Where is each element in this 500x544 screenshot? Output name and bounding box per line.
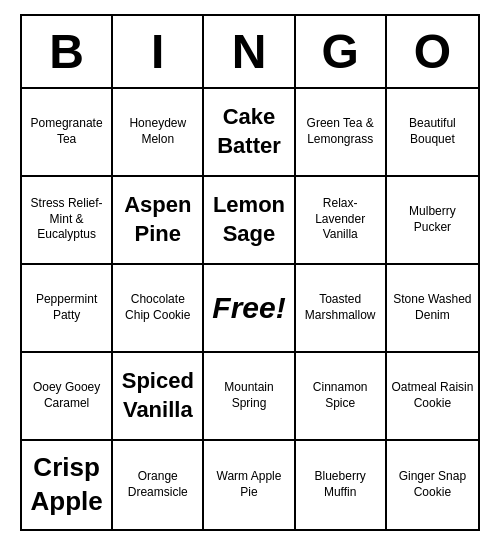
bingo-cell: Mountain Spring bbox=[204, 353, 295, 441]
bingo-cell: Peppermint Patty bbox=[22, 265, 113, 353]
bingo-cell: Cake Batter bbox=[204, 89, 295, 177]
cell-text: Lemon Sage bbox=[208, 191, 289, 248]
cell-text: Warm Apple Pie bbox=[208, 469, 289, 500]
bingo-cell: Free! bbox=[204, 265, 295, 353]
cell-text: Mulberry Pucker bbox=[391, 204, 474, 235]
cell-text: Free! bbox=[212, 288, 285, 327]
cell-text: Chocolate Chip Cookie bbox=[117, 292, 198, 323]
bingo-cell: Mulberry Pucker bbox=[387, 177, 478, 265]
bingo-cell: Honeydew Melon bbox=[113, 89, 204, 177]
bingo-cell: Spiced Vanilla bbox=[113, 353, 204, 441]
header-letter: B bbox=[22, 16, 113, 87]
header-letter: O bbox=[387, 16, 478, 87]
cell-text: Green Tea & Lemongrass bbox=[300, 116, 381, 147]
bingo-cell: Green Tea & Lemongrass bbox=[296, 89, 387, 177]
bingo-header: BINGO bbox=[22, 16, 478, 89]
bingo-cell: Stress Relief-Mint & Eucalyptus bbox=[22, 177, 113, 265]
header-letter: G bbox=[296, 16, 387, 87]
bingo-cell: Crisp Apple bbox=[22, 441, 113, 529]
cell-text: Ginger Snap Cookie bbox=[391, 469, 474, 500]
cell-text: Crisp Apple bbox=[26, 451, 107, 519]
bingo-cell: Cinnamon Spice bbox=[296, 353, 387, 441]
cell-text: Mountain Spring bbox=[208, 380, 289, 411]
header-letter: I bbox=[113, 16, 204, 87]
cell-text: Spiced Vanilla bbox=[117, 367, 198, 424]
cell-text: Stone Washed Denim bbox=[391, 292, 474, 323]
cell-text: Cinnamon Spice bbox=[300, 380, 381, 411]
bingo-cell: Toasted Marshmallow bbox=[296, 265, 387, 353]
bingo-cell: Oatmeal Raisin Cookie bbox=[387, 353, 478, 441]
bingo-card: BINGO Pomegranate TeaHoneydew MelonCake … bbox=[20, 14, 480, 531]
bingo-cell: Lemon Sage bbox=[204, 177, 295, 265]
cell-text: Orange Dreamsicle bbox=[117, 469, 198, 500]
cell-text: Ooey Gooey Caramel bbox=[26, 380, 107, 411]
bingo-cell: Stone Washed Denim bbox=[387, 265, 478, 353]
bingo-cell: Pomegranate Tea bbox=[22, 89, 113, 177]
cell-text: Toasted Marshmallow bbox=[300, 292, 381, 323]
cell-text: Peppermint Patty bbox=[26, 292, 107, 323]
cell-text: Relax-Lavender Vanilla bbox=[300, 196, 381, 243]
cell-text: Blueberry Muffin bbox=[300, 469, 381, 500]
cell-text: Beautiful Bouquet bbox=[391, 116, 474, 147]
cell-text: Cake Batter bbox=[208, 103, 289, 160]
cell-text: Pomegranate Tea bbox=[26, 116, 107, 147]
bingo-cell: Blueberry Muffin bbox=[296, 441, 387, 529]
cell-text: Oatmeal Raisin Cookie bbox=[391, 380, 474, 411]
header-letter: N bbox=[204, 16, 295, 87]
bingo-cell: Relax-Lavender Vanilla bbox=[296, 177, 387, 265]
bingo-cell: Ginger Snap Cookie bbox=[387, 441, 478, 529]
cell-text: Honeydew Melon bbox=[117, 116, 198, 147]
bingo-grid: Pomegranate TeaHoneydew MelonCake Batter… bbox=[22, 89, 478, 529]
bingo-cell: Warm Apple Pie bbox=[204, 441, 295, 529]
bingo-cell: Chocolate Chip Cookie bbox=[113, 265, 204, 353]
bingo-cell: Aspen Pine bbox=[113, 177, 204, 265]
bingo-cell: Ooey Gooey Caramel bbox=[22, 353, 113, 441]
cell-text: Aspen Pine bbox=[117, 191, 198, 248]
cell-text: Stress Relief-Mint & Eucalyptus bbox=[26, 196, 107, 243]
bingo-cell: Beautiful Bouquet bbox=[387, 89, 478, 177]
bingo-cell: Orange Dreamsicle bbox=[113, 441, 204, 529]
